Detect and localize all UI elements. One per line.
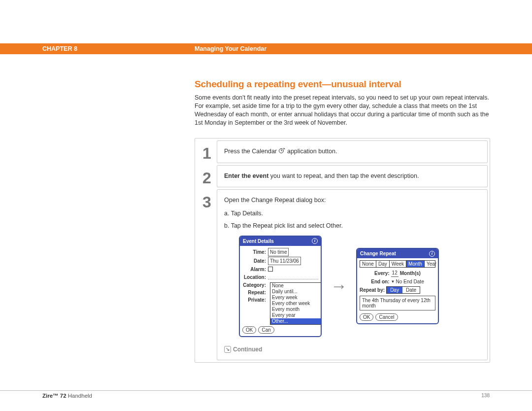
option-biweekly[interactable]: Every other week xyxy=(270,301,321,307)
option-monthly[interactable]: Every month xyxy=(270,307,321,312)
seg-date[interactable]: Date xyxy=(402,287,420,293)
every-value[interactable]: 12 xyxy=(391,269,399,277)
tab-none[interactable]: None xyxy=(360,261,376,267)
alarm-label: Alarm: xyxy=(242,266,268,273)
steps-container: 1 Press the Calendar application button. xyxy=(195,138,490,363)
repeat-label: Repeat: xyxy=(242,289,268,296)
location-field[interactable] xyxy=(268,274,318,279)
step3-a: a. Tap Details. xyxy=(224,209,480,218)
endon-label: End on: xyxy=(371,278,391,285)
endon-value[interactable]: No End Date xyxy=(395,278,424,285)
option-daily[interactable]: Daily until... xyxy=(270,289,321,295)
step2-bold: Enter the event xyxy=(224,172,268,179)
time-value[interactable]: No time xyxy=(268,248,289,256)
screen-title-bar: Event Details i xyxy=(240,237,321,246)
cancel-button[interactable]: Cancel xyxy=(375,313,398,321)
product-rest: Handheld xyxy=(66,393,92,399)
ok-button[interactable]: OK xyxy=(360,313,373,321)
every-label: Every: xyxy=(374,270,391,277)
repeatby-label: Repeat by: xyxy=(360,286,386,294)
alarm-checkbox[interactable] xyxy=(268,267,273,272)
repeat-dropdown[interactable]: None Daily until... Every week Every oth… xyxy=(270,282,321,325)
step-content: Open the Change Repeat dialog box: a. Ta… xyxy=(217,189,488,360)
cancel-button[interactable]: Can xyxy=(258,326,274,334)
tab-month[interactable]: Month xyxy=(406,261,425,267)
dropdown-arrow-icon[interactable]: ▼ xyxy=(391,279,395,285)
time-label: Time: xyxy=(242,248,268,256)
every-unit: Month(s) xyxy=(399,270,421,277)
step-content: Enter the event you want to repeat, and … xyxy=(217,165,488,187)
date-value[interactable]: Thu 11/23/06 xyxy=(268,257,301,265)
product-name: Zire™ 72 Handheld xyxy=(42,393,92,399)
screen-title-bar: Change Repeat i xyxy=(357,249,438,258)
event-details-screen: Event Details i Time: No time Date: xyxy=(239,236,322,337)
step3-intro: Open the Change Repeat dialog box: xyxy=(224,196,480,205)
private-label: Private: xyxy=(242,296,268,304)
seg-day[interactable]: Day xyxy=(387,287,402,293)
repeatby-selector: Day Date xyxy=(386,286,420,294)
step1-text-a: Press the Calendar xyxy=(224,148,278,155)
option-weekly[interactable]: Every week xyxy=(270,295,321,301)
tab-year[interactable]: Year xyxy=(425,261,438,267)
option-yearly[interactable]: Every year xyxy=(270,312,321,318)
footer: Zire™ 72 Handheld 138 xyxy=(0,390,532,393)
ok-button[interactable]: OK xyxy=(242,326,256,334)
chapter-label: CHAPTER 8 xyxy=(42,45,77,52)
header-bar: CHAPTER 8 Managing Your Calendar xyxy=(0,43,532,54)
step-1: 1 Press the Calendar application button. xyxy=(197,140,488,164)
location-label: Location: xyxy=(242,274,268,281)
tab-day[interactable]: Day xyxy=(376,261,390,267)
page-number: 138 xyxy=(481,393,490,398)
step-3: 3 Open the Change Repeat dialog box: a. … xyxy=(197,189,488,360)
interval-tabs: None Day Week Month Year xyxy=(360,260,435,268)
continued-arrow-icon: ↘ xyxy=(224,346,231,353)
step-number: 3 xyxy=(197,189,217,360)
step-number: 2 xyxy=(197,165,217,187)
product-bold: Zire™ 72 xyxy=(42,393,66,399)
continued-indicator: ↘ Continued xyxy=(224,345,480,354)
page-title: Scheduling a repeating event—unusual int… xyxy=(195,79,490,90)
step-content: Press the Calendar application button. xyxy=(217,140,488,164)
step2-rest: you want to repeat, and then tap the eve… xyxy=(268,172,419,179)
screen-title: Event Details xyxy=(243,238,274,245)
arrow-right-icon: → xyxy=(331,274,347,299)
screen-title: Change Repeat xyxy=(360,250,396,257)
step-2: 2 Enter the event you want to repeat, an… xyxy=(197,165,488,187)
step3-b: b. Tap the Repeat pick list and select O… xyxy=(224,221,480,231)
repeat-summary: The 4th Thursday of every 12th month xyxy=(360,296,435,310)
date-label: Date: xyxy=(242,257,268,265)
category-label: Category: xyxy=(242,281,268,289)
calendar-icon xyxy=(278,147,285,157)
info-icon[interactable]: i xyxy=(429,251,435,257)
continued-label: Continued xyxy=(233,345,262,354)
option-none[interactable]: None xyxy=(270,283,321,289)
content-area: Scheduling a repeating event—unusual int… xyxy=(195,79,490,363)
step-number: 1 xyxy=(197,140,217,164)
change-repeat-screen: Change Repeat i None Day Week Month Year xyxy=(356,248,439,324)
info-icon[interactable]: i xyxy=(312,238,318,244)
option-other[interactable]: Other... xyxy=(270,318,321,324)
step1-text-b: application button. xyxy=(287,148,337,155)
intro-paragraph: Some events don't fit neatly into the pr… xyxy=(195,94,490,127)
tab-week[interactable]: Week xyxy=(390,261,406,267)
section-label: Managing Your Calendar xyxy=(195,45,266,52)
